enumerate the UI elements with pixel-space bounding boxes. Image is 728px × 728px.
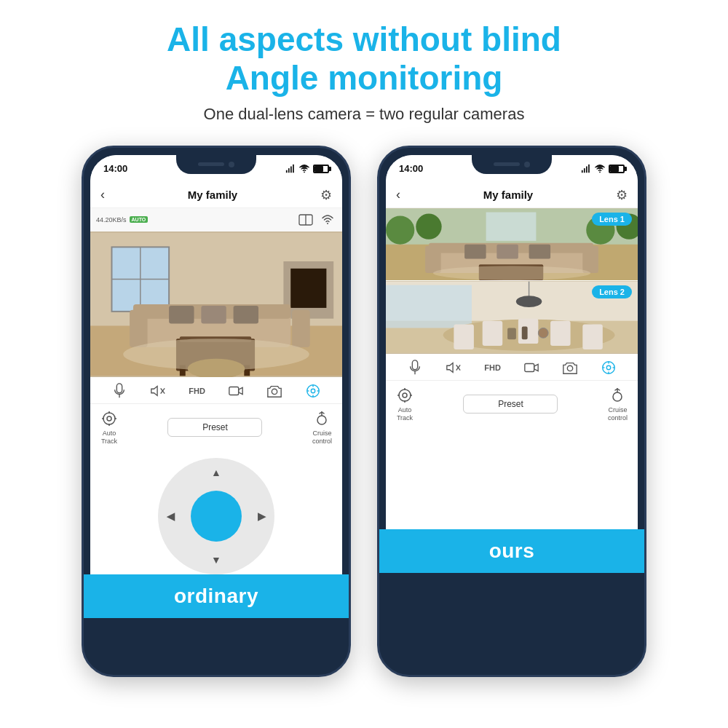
- svg-rect-62: [529, 245, 550, 259]
- svg-point-7: [327, 223, 328, 224]
- status-bar-right: 14:00: [386, 155, 638, 183]
- settings-icon-left[interactable]: ⚙: [320, 187, 332, 203]
- cruise-control-left[interactable]: Cruisecontrol: [312, 410, 332, 446]
- speed-text: 44.20KB/s: [96, 216, 127, 223]
- mute-btn-right[interactable]: [446, 360, 462, 376]
- svg-rect-75: [483, 321, 503, 346]
- phone-right: 14:00: [377, 146, 646, 677]
- mute-btn-left[interactable]: [150, 383, 166, 399]
- svg-rect-2: [290, 166, 292, 173]
- ours-banner: ours: [379, 529, 644, 573]
- svg-rect-18: [130, 310, 148, 347]
- svg-rect-51: [588, 165, 590, 173]
- video-toolbar-left: 44.20KB/s AUTO: [90, 208, 342, 232]
- auto-track-left[interactable]: AutoTrack: [100, 410, 118, 446]
- svg-point-96: [403, 393, 407, 397]
- mic-btn-left[interactable]: [111, 383, 127, 399]
- svg-rect-60: [464, 245, 486, 259]
- snapshot-btn-right[interactable]: [562, 360, 578, 376]
- svg-rect-82: [522, 327, 528, 340]
- ptz-btn-left[interactable]: [305, 383, 321, 399]
- auto-track-right[interactable]: AutoTrack: [396, 387, 414, 422]
- svg-rect-20: [169, 306, 194, 324]
- signal-icon-left: [285, 164, 296, 174]
- joystick-left[interactable]: ▲ ▼ ◀ ▶: [158, 458, 274, 574]
- controls-row-left: FHD: [90, 377, 342, 404]
- function-row-left: AutoTrack Preset Cruisecont: [90, 404, 342, 451]
- app-title-right: My family: [483, 189, 533, 201]
- ordinary-banner: ordinary: [84, 574, 349, 618]
- phones-row: 14:00: [0, 146, 728, 677]
- back-arrow-left[interactable]: ‹: [100, 187, 105, 202]
- phone-left: 14:00: [82, 146, 351, 677]
- lens1-badge: Lens 1: [592, 213, 632, 226]
- svg-point-95: [399, 389, 411, 401]
- auto-track-label-right: AutoTrack: [397, 406, 413, 422]
- svg-rect-74: [454, 325, 474, 349]
- app-header-right: ‹ My family ⚙: [386, 183, 638, 208]
- svg-point-40: [103, 413, 115, 424]
- fhd-btn-right[interactable]: FHD: [484, 363, 501, 372]
- snapshot-btn-left[interactable]: [266, 383, 282, 399]
- svg-rect-22: [234, 306, 258, 324]
- svg-rect-72: [386, 285, 472, 328]
- svg-rect-87: [525, 363, 534, 371]
- svg-point-65: [386, 215, 414, 244]
- time-left: 14:00: [103, 163, 127, 174]
- phone-left-inner: 14:00: [90, 155, 342, 575]
- back-arrow-right[interactable]: ‹: [396, 187, 400, 202]
- cruise-control-right[interactable]: Cruisecontrol: [608, 387, 628, 422]
- fhd-btn-left[interactable]: FHD: [189, 387, 205, 395]
- main-headline: All aspects without blind Angle monitori…: [167, 20, 561, 98]
- svg-rect-21: [201, 306, 226, 324]
- joystick-area-left: ▲ ▼ ◀ ▶: [90, 451, 342, 574]
- split-icon[interactable]: [297, 211, 314, 229]
- lens2-badge: Lens 2: [592, 285, 632, 298]
- svg-point-88: [567, 365, 572, 371]
- svg-point-41: [107, 416, 111, 421]
- app-title-left: My family: [188, 189, 237, 201]
- record-btn-left[interactable]: [228, 383, 244, 399]
- svg-rect-49: [584, 168, 585, 173]
- video-feed-right: Lens 1: [386, 208, 638, 354]
- lens2-feed: Lens 2: [386, 281, 638, 354]
- svg-point-66: [416, 213, 441, 239]
- svg-rect-48: [582, 170, 583, 173]
- mic-btn-right[interactable]: [407, 360, 423, 376]
- preset-btn-right[interactable]: Preset: [463, 395, 558, 414]
- svg-rect-50: [586, 166, 587, 173]
- auto-badge: AUTO: [130, 216, 149, 223]
- svg-rect-32: [229, 387, 239, 395]
- ptz-btn-right[interactable]: [601, 360, 617, 376]
- svg-point-101: [613, 392, 622, 401]
- joystick-left-left[interactable]: ◀: [167, 510, 175, 522]
- app-header-left: ‹ My family ⚙: [90, 183, 342, 208]
- joystick-down-left[interactable]: ▼: [211, 554, 221, 566]
- signal-icon-right: [581, 164, 591, 174]
- joystick-center-left[interactable]: [191, 491, 242, 542]
- cruise-label-right: Cruisecontrol: [608, 406, 628, 422]
- preset-btn-left[interactable]: Preset: [167, 418, 262, 437]
- auto-track-label-left: AutoTrack: [101, 430, 117, 446]
- svg-point-33: [272, 389, 277, 394]
- svg-rect-3: [293, 165, 294, 173]
- joystick-up-left[interactable]: ▲: [211, 467, 221, 478]
- spacer-right: [386, 427, 638, 529]
- wifi-icon-right: [595, 164, 605, 174]
- svg-rect-59: [582, 245, 598, 272]
- svg-rect-81: [507, 328, 516, 340]
- stream-wifi-icon[interactable]: [319, 211, 336, 229]
- joystick-right-left[interactable]: ▶: [258, 510, 266, 522]
- svg-rect-15: [290, 269, 326, 308]
- svg-rect-19: [292, 310, 310, 347]
- svg-point-4: [304, 171, 305, 173]
- settings-icon-right[interactable]: ⚙: [616, 187, 628, 203]
- record-btn-right[interactable]: [523, 360, 539, 376]
- phone-right-inner: 14:00: [386, 155, 638, 530]
- time-right: 14:00: [399, 163, 423, 174]
- video-feed-left: [90, 232, 342, 377]
- svg-point-64: [433, 266, 590, 280]
- svg-point-35: [311, 389, 315, 393]
- page-wrapper: All aspects without blind Angle monitori…: [0, 0, 728, 728]
- lens1-feed: Lens 1: [386, 208, 638, 282]
